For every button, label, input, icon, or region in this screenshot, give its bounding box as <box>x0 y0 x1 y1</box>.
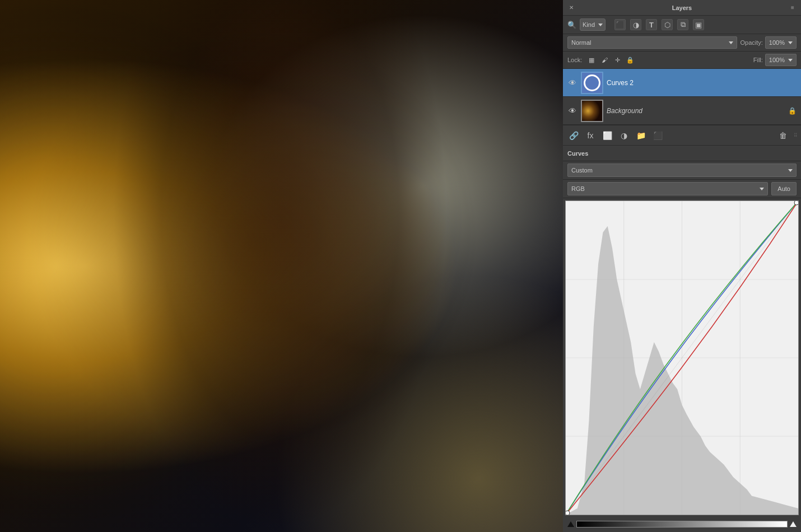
link-layers-button[interactable]: 🔗 <box>566 128 581 143</box>
curves-bottom-row <box>563 517 801 532</box>
lock-icons: ▦ 🖌 ✛ 🔒 <box>586 55 635 65</box>
lock-all-icon[interactable]: 🔒 <box>625 55 635 65</box>
blend-row: Normal Opacity: 100% <box>563 34 801 52</box>
shape-filter-icon[interactable]: ⬡ <box>662 19 673 30</box>
channel-dropdown[interactable]: RGB <box>567 182 768 195</box>
fx-button[interactable]: fx <box>583 128 598 143</box>
curves-preset-dropdown[interactable]: Custom <box>567 164 797 177</box>
lock-image-icon[interactable]: 🖌 <box>599 55 609 65</box>
lock-row: Lock: ▦ 🖌 ✛ 🔒 Fill: 100% <box>563 52 801 69</box>
layers-panel-title: Layers <box>672 4 692 11</box>
kind-row: 🔍 Kind ⬛ ◑ T ⬡ ⧉ ▣ <box>563 16 801 34</box>
layer-name-background: Background <box>607 107 785 115</box>
layers-toolbar: 🔗 fx ⬜ ◑ 📁 ⬛ 🗑 ⠿ <box>563 125 801 145</box>
layer-thumb-curves2 <box>581 72 603 94</box>
opacity-arrow <box>788 41 793 44</box>
layer-row-curves2[interactable]: 👁 Curves 2 <box>563 69 801 97</box>
layer-thumb-background <box>581 100 603 122</box>
right-panel: ✕ Layers ≡ 🔍 Kind ⬛ ◑ T ⬡ ⧉ ▣ Normal <box>563 0 801 532</box>
svg-rect-2 <box>582 101 602 121</box>
visibility-icon-background[interactable]: 👁 <box>567 106 578 116</box>
type-filter-icon[interactable]: T <box>646 19 657 30</box>
layers-list: 👁 Curves 2 👁 <box>563 69 801 125</box>
layers-panel: ✕ Layers ≡ 🔍 Kind ⬛ ◑ T ⬡ ⧉ ▣ Normal <box>563 0 801 146</box>
adjustment-filter-icon[interactable]: ◑ <box>630 19 641 30</box>
preset-dropdown-arrow <box>788 169 793 172</box>
close-icon[interactable]: ✕ <box>567 4 575 12</box>
smartobject-filter-icon[interactable]: ⧉ <box>677 19 688 30</box>
delete-layer-button[interactable]: 🗑 <box>776 128 790 143</box>
fill-control: Fill: 100% <box>753 54 797 66</box>
opacity-input[interactable]: 100% <box>765 36 797 49</box>
auto-button[interactable]: Auto <box>771 182 797 195</box>
lock-transparent-icon[interactable]: ▦ <box>586 55 597 65</box>
search-icon: 🔍 <box>567 21 576 29</box>
black-point-slider[interactable] <box>567 521 574 527</box>
curves-preset-row: Custom <box>563 161 801 180</box>
curves-canvas[interactable] <box>566 201 798 515</box>
curves-panel-titlebar: Curves <box>563 146 801 161</box>
lock-position-icon[interactable]: ✛ <box>612 55 622 65</box>
visibility-icon-curves2[interactable]: 👁 <box>567 78 578 88</box>
image-filter-icon[interactable]: ⬛ <box>614 19 626 30</box>
curves-canvas-container[interactable] <box>565 200 799 515</box>
blend-dropdown-arrow <box>729 41 733 44</box>
kind-dropdown[interactable]: Kind <box>580 18 606 31</box>
new-adjustment-button[interactable]: ◑ <box>617 128 631 143</box>
add-mask-button[interactable]: ⬜ <box>600 128 614 143</box>
fill-arrow <box>788 59 793 62</box>
new-layer-button[interactable]: ⬛ <box>650 128 665 143</box>
layers-panel-titlebar: ✕ Layers ≡ <box>563 0 801 16</box>
curves-panel: Curves Custom RGB Auto <box>563 146 801 532</box>
layer-locked-icon: 🔒 <box>788 107 797 115</box>
curves-panel-title: Curves <box>567 150 588 157</box>
panel-menu-btn[interactable]: ≡ <box>789 4 797 12</box>
curves-graph[interactable] <box>563 198 801 517</box>
fill-input[interactable]: 100% <box>765 54 797 66</box>
layer-filter-icons: ⬛ ◑ T ⬡ ⧉ ▣ <box>611 19 707 30</box>
svg-rect-1 <box>0 0 563 532</box>
opacity-control: Opacity: 100% <box>741 36 797 49</box>
blend-mode-dropdown[interactable]: Normal <box>567 36 737 49</box>
kind-dropdown-arrow <box>598 24 603 26</box>
curves-channel-row: RGB Auto <box>563 180 801 198</box>
channel-dropdown-arrow <box>760 188 764 190</box>
layer-name-curves2: Curves 2 <box>607 79 797 87</box>
toggle-filter-icon[interactable]: ▣ <box>693 19 704 30</box>
layer-row-background[interactable]: 👁 Background <box>563 97 801 125</box>
curves-gradient-bar <box>567 520 797 529</box>
gradient-line <box>576 521 788 528</box>
photo-area <box>0 0 563 532</box>
new-group-button[interactable]: 📁 <box>634 128 648 143</box>
white-point-slider[interactable] <box>790 521 797 527</box>
